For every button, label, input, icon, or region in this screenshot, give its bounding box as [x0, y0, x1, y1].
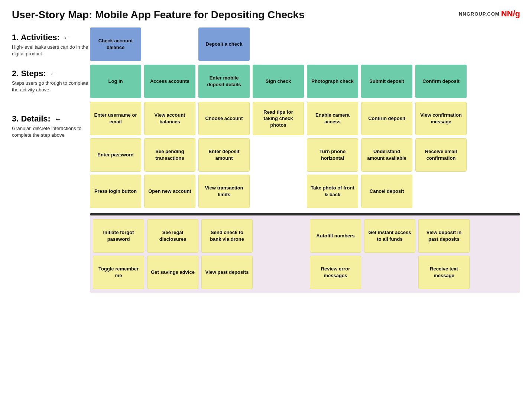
step-card-photograph: Photograph check — [307, 65, 358, 98]
detail-card-photo-front-back: Take photo of front & back — [307, 175, 358, 208]
content-column: Check account balance Deposit a check Lo… — [90, 27, 520, 293]
activity-placeholder-4 — [361, 27, 412, 61]
low-card-legal-disclosures: See legal disclosures — [147, 219, 198, 253]
details-label-section: 3. Details: ← Granular, discrete interac… — [12, 104, 90, 139]
steps-row: Log in Access accounts Enter mobile depo… — [90, 65, 520, 98]
detail-card-confirm-deposit: Confirm deposit — [361, 102, 412, 135]
details-arrow: ← — [54, 115, 62, 123]
details-label-text: 3. Details: — [12, 114, 51, 124]
detail-card-read-tips: Read tips for taking check photos — [253, 102, 304, 135]
detail-card-transaction-limits: View transaction limits — [198, 175, 250, 208]
step-card-confirm-deposit: Confirm deposit — [415, 65, 467, 98]
detail-card-pending-transactions: See pending transactions — [144, 138, 195, 172]
low-card-forgot-password: Initiate forgot password — [93, 219, 144, 253]
low-placeholder-r1-c4 — [256, 219, 307, 253]
labels-column: 1. Activities: ← High-level tasks users … — [12, 27, 90, 293]
low-card-autofill: Autofill numbers — [310, 219, 361, 253]
step-card-login: Log in — [90, 65, 141, 98]
activity-placeholder-3 — [307, 27, 358, 61]
low-card-view-deposit-history: View deposit in past deposits — [418, 219, 470, 253]
low-row-1: Initiate forgot password See legal discl… — [93, 219, 517, 253]
detail-card-open-account: Open new account — [144, 175, 195, 208]
low-placeholder-r2-c6 — [364, 256, 415, 289]
detail-card-press-login: Press login button — [90, 175, 141, 208]
step-card-access-accounts: Access accounts — [144, 65, 195, 98]
steps-label-text: 2. Steps: — [12, 69, 46, 78]
nngroup-text: NNGROUP.COM — [459, 11, 500, 17]
steps-label-title: 2. Steps: ← — [12, 69, 90, 78]
details-row-3: Press login button Open new account View… — [90, 175, 520, 208]
steps-label-desc: Steps users go through to complete the a… — [12, 80, 90, 93]
activities-label-title: 1. Activities: ← — [12, 33, 90, 42]
step-card-sign-check: Sign check — [253, 65, 304, 98]
detail-card-username: Enter username or email — [90, 102, 141, 135]
story-map: 1. Activities: ← High-level tasks users … — [12, 27, 520, 293]
nngroup-logo: NNGROUP.COM NN/g — [459, 9, 520, 19]
low-card-past-deposits: View past deposits — [201, 256, 253, 289]
detail-placeholder-r3-c4 — [253, 175, 304, 208]
detail-card-camera-access: Enable camera access — [307, 102, 358, 135]
steps-label-section: 2. Steps: ← Steps users go through to co… — [12, 66, 90, 104]
step-card-submit-deposit: Submit deposit — [361, 65, 412, 98]
detail-card-choose-account: Choose account — [198, 102, 250, 135]
steps-arrow: ← — [50, 69, 57, 78]
details-label-title: 3. Details: ← — [12, 114, 90, 124]
detail-card-email-confirmation: Receive email confirmation — [415, 138, 467, 172]
details-row-2: Enter password See pending transactions … — [90, 138, 520, 172]
activity-card-deposit-check: Deposit a check — [198, 27, 250, 61]
low-placeholder-r2-c4 — [256, 256, 307, 289]
activity-placeholder-5 — [415, 27, 467, 61]
page-title: User-Story Map: Mobile App Feature for D… — [12, 9, 305, 21]
low-card-review-errors: Review error messages — [310, 256, 361, 289]
low-card-text-message: Receive text message — [418, 256, 470, 289]
activities-label-text: 1. Activities: — [12, 33, 60, 42]
details-row-1: Enter username or email View account bal… — [90, 102, 520, 135]
activity-card-check-balance: Check account balance — [90, 27, 141, 61]
activity-placeholder-1 — [144, 27, 195, 61]
detail-card-turn-phone: Turn phone horizontal — [307, 138, 358, 172]
step-card-mobile-deposit: Enter mobile deposit details — [198, 65, 250, 98]
detail-card-password: Enter password — [90, 138, 141, 172]
nng-logo: NN/g — [501, 9, 520, 19]
low-priority-section: Initiate forgot password See legal discl… — [90, 215, 520, 293]
detail-card-cancel-deposit: Cancel deposit — [361, 175, 412, 208]
activities-arrow: ← — [64, 33, 71, 42]
detail-card-view-balances: View account balances — [144, 102, 195, 135]
activities-row: Check account balance Deposit a check — [90, 27, 520, 61]
low-row-2: Toggle remember me Get savings advice Vi… — [93, 256, 517, 289]
activity-placeholder-2 — [253, 27, 304, 61]
detail-placeholder-r2-c4 — [253, 138, 304, 172]
page-header: User-Story Map: Mobile App Feature for D… — [12, 9, 520, 21]
low-card-instant-access: Get instant access to all funds — [364, 219, 415, 253]
low-card-bank-drone: Send check to bank via drone — [201, 219, 253, 253]
low-card-remember-me: Toggle remember me — [93, 256, 144, 289]
activities-label-section: 1. Activities: ← High-level tasks users … — [12, 27, 90, 66]
detail-placeholder-r3-c7 — [415, 175, 467, 208]
details-label-desc: Granular, discrete interactions to compl… — [12, 125, 90, 139]
detail-card-understand-amount: Understand amount available — [361, 138, 412, 172]
detail-card-view-confirmation: View confirmation message — [415, 102, 467, 135]
detail-card-deposit-amount: Enter deposit amount — [198, 138, 250, 172]
activities-label-desc: High-level tasks users can do in the dig… — [12, 44, 90, 57]
low-card-savings-advice: Get savings advice — [147, 256, 198, 289]
